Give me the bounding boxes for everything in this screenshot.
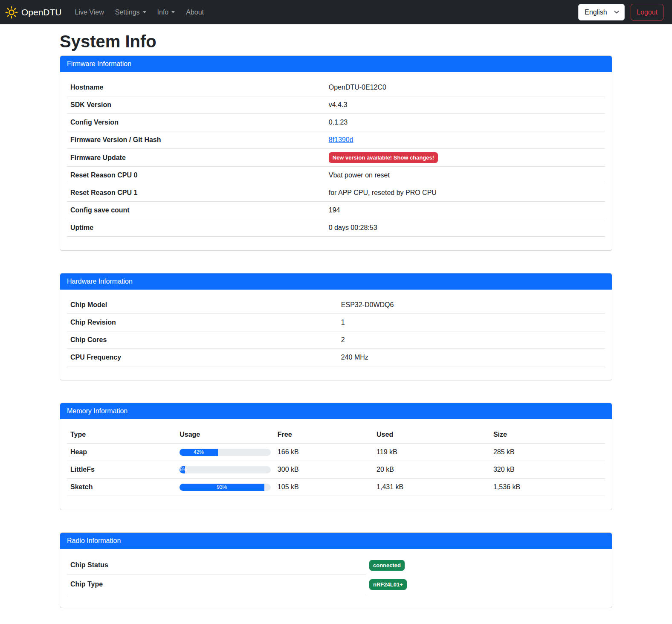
table-row: Heap 42% 166 kB 119 kB 285 kB — [67, 444, 605, 461]
usage-cell: 6% — [176, 461, 274, 479]
table-row: Hostname OpenDTU-0E12C0 — [67, 79, 605, 96]
nav-item-about[interactable]: About — [180, 5, 209, 20]
column-header-size: Size — [490, 426, 605, 444]
table-row: Chip Type nRF24L01+ — [67, 575, 407, 594]
config-save-count-value: 194 — [325, 202, 605, 219]
memory-table: Type Usage Free Used Size Heap 42% — [67, 426, 605, 496]
table-row: Config save count 194 — [67, 202, 605, 219]
chip-status-badge: connected — [369, 560, 405, 571]
memory-information-card: Memory Information Type Usage Free Used … — [60, 403, 612, 510]
table-row: Chip Cores 2 — [67, 331, 605, 349]
table-row: Chip Revision 1 — [67, 314, 605, 331]
chip-model-value: ESP32-D0WDQ6 — [338, 296, 605, 314]
reset-reason-cpu1-value: for APP CPU, reseted by PRO CPU — [325, 184, 605, 202]
chevron-down-icon — [143, 11, 146, 13]
reset-reason-cpu0-value: Vbat power on reset — [325, 167, 605, 184]
git-hash-link[interactable]: 8f1390d — [329, 136, 353, 143]
row-value: connected — [366, 556, 407, 575]
radio-information-card: Radio Information Chip Status connected … — [60, 532, 612, 608]
language-select-wrap: English — [578, 4, 625, 20]
uptime-value: 0 days 00:28:53 — [325, 219, 605, 237]
bottom-spacer — [60, 608, 612, 624]
row-value: nRF24L01+ — [366, 575, 407, 594]
row-label: SDK Version — [67, 96, 325, 114]
row-label: CPU Frequency — [67, 349, 338, 366]
table-row: Uptime 0 days 00:28:53 — [67, 219, 605, 237]
nav-item-settings[interactable]: Settings — [110, 5, 152, 20]
table-row: Firmware Version / Git Hash 8f1390d — [67, 131, 605, 149]
row-value: 8f1390d — [325, 131, 605, 149]
nav-item-info[interactable]: Info — [152, 5, 181, 20]
row-label: Heap — [67, 444, 176, 461]
free-value: 166 kB — [274, 444, 373, 461]
sun-icon — [5, 6, 18, 19]
sdk-version-value: v4.4.3 — [325, 96, 605, 114]
radio-table: Chip Status connected Chip Type nRF24L01… — [67, 556, 407, 594]
page-title: System Info — [60, 32, 612, 51]
nav-item-label: Info — [157, 9, 169, 16]
row-label: Chip Cores — [67, 331, 338, 349]
table-row: Chip Model ESP32-D0WDQ6 — [67, 296, 605, 314]
usage-cell: 42% — [176, 444, 274, 461]
row-label: Config Version — [67, 114, 325, 131]
column-header-usage: Usage — [176, 426, 274, 444]
row-label: Chip Revision — [67, 314, 338, 331]
card-header: Memory Information — [60, 403, 612, 419]
card-header: Firmware Information — [60, 56, 612, 72]
size-value: 285 kB — [490, 444, 605, 461]
progress-bar-fill: 93% — [180, 484, 264, 491]
card-body: Chip Model ESP32-D0WDQ6 Chip Revision 1 … — [60, 290, 612, 380]
row-label: Firmware Update — [67, 149, 325, 167]
card-header: Radio Information — [60, 533, 612, 549]
heap-usage-progress: 42% — [180, 449, 271, 456]
nav-item-label: About — [186, 9, 204, 16]
brand[interactable]: OpenDTU — [5, 6, 62, 19]
hostname-value: OpenDTU-0E12C0 — [325, 79, 605, 96]
table-row: Reset Reason CPU 1 for APP CPU, reseted … — [67, 184, 605, 202]
logout-button[interactable]: Logout — [631, 4, 663, 20]
chevron-down-icon — [171, 11, 175, 13]
nav-item-label: Live View — [75, 9, 104, 16]
table-header-row: Type Usage Free Used Size — [67, 426, 605, 444]
table-row: Firmware Update New version available! S… — [67, 149, 605, 167]
row-label: Reset Reason CPU 1 — [67, 184, 325, 202]
row-label: Firmware Version / Git Hash — [67, 131, 325, 149]
table-row: SDK Version v4.4.3 — [67, 96, 605, 114]
size-value: 1,536 kB — [490, 479, 605, 496]
card-body: Hostname OpenDTU-0E12C0 SDK Version v4.4… — [60, 72, 612, 250]
main-container: System Info Firmware Information Hostnam… — [60, 32, 612, 624]
nav-links: Live View Settings Info About — [70, 5, 210, 20]
table-row: CPU Frequency 240 MHz — [67, 349, 605, 366]
column-header-type: Type — [67, 426, 176, 444]
firmware-table: Hostname OpenDTU-0E12C0 SDK Version v4.4… — [67, 79, 605, 237]
progress-bar-fill: 42% — [180, 449, 218, 456]
card-body: Type Usage Free Used Size Heap 42% — [60, 419, 612, 510]
brand-label: OpenDTU — [21, 7, 62, 17]
config-version-value: 0.1.23 — [325, 114, 605, 131]
progress-bar-fill: 6% — [180, 466, 185, 473]
table-row: LittleFs 6% 300 kB 20 kB 320 kB — [67, 461, 605, 479]
column-header-free: Free — [274, 426, 373, 444]
row-label: Chip Status — [67, 556, 366, 575]
card-header: Hardware Information — [60, 273, 612, 290]
row-label: Uptime — [67, 219, 325, 237]
row-label: Chip Type — [67, 575, 366, 594]
usage-cell: 93% — [176, 479, 274, 496]
used-value: 20 kB — [373, 461, 490, 479]
sketch-usage-progress: 93% — [180, 484, 271, 491]
row-label: Sketch — [67, 479, 176, 496]
firmware-update-badge[interactable]: New version available! Show changes! — [329, 152, 438, 163]
language-select[interactable]: English — [578, 4, 625, 20]
row-label: Reset Reason CPU 0 — [67, 167, 325, 184]
row-value: New version available! Show changes! — [325, 149, 605, 167]
column-header-used: Used — [373, 426, 490, 444]
nav-item-live-view[interactable]: Live View — [70, 5, 110, 20]
table-row: Config Version 0.1.23 — [67, 114, 605, 131]
row-label: Hostname — [67, 79, 325, 96]
navbar: OpenDTU Live View Settings Info About En… — [0, 0, 672, 24]
cpu-frequency-value: 240 MHz — [338, 349, 605, 366]
card-body: Chip Status connected Chip Type nRF24L01… — [60, 549, 612, 608]
row-label: Config save count — [67, 202, 325, 219]
row-label: LittleFs — [67, 461, 176, 479]
chip-type-badge: nRF24L01+ — [369, 579, 407, 590]
